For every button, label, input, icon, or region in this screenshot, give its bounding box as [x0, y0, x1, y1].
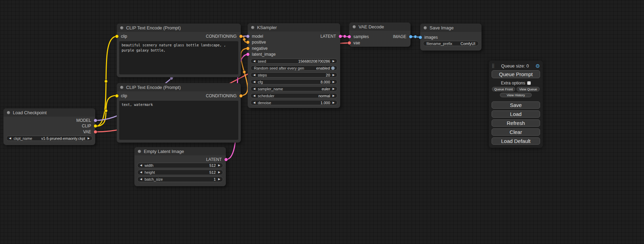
sampler-name-widget[interactable]: ◀ sampler_name euler ▶	[250, 86, 337, 91]
collapse-dot[interactable]	[120, 26, 123, 29]
increment-arrow-icon[interactable]: ▶	[333, 74, 335, 76]
node-title-bar[interactable]: Save Image	[420, 24, 482, 32]
decrement-arrow-icon[interactable]: ◀	[9, 137, 11, 140]
positive-prompt-textarea[interactable]: beautiful scenery nature glass bottle la…	[119, 41, 238, 74]
steps-widget[interactable]: ◀ steps 20 ▶	[250, 72, 337, 78]
node-title-bar[interactable]: Empty Latent Image	[134, 147, 226, 155]
decrement-arrow-icon[interactable]: ◀	[253, 60, 255, 63]
increment-arrow-icon[interactable]: ▶	[333, 60, 335, 63]
clear-button[interactable]: Clear	[492, 128, 540, 136]
widget-label: filename_prefix	[426, 42, 452, 46]
ckpt-name-widget[interactable]: ◀ ckpt_name v1-5-pruned-emaonly.ckpt ▶	[6, 136, 92, 141]
widget-value: 20	[267, 73, 330, 77]
node-clip-text-encode-positive[interactable]: CLIP Text Encode (Prompt) clip CONDITION…	[117, 24, 241, 77]
output-label-conditioning: CONDITIONING	[206, 34, 237, 39]
decrement-arrow-icon[interactable]: ◀	[140, 171, 142, 174]
cfg-widget[interactable]: ◀ cfg 8.000 ▶	[250, 79, 337, 84]
settings-gear-icon[interactable]: ⚙	[536, 63, 540, 69]
view-history-button[interactable]: View History	[500, 93, 532, 97]
queue-front-button[interactable]: Queue Front	[492, 87, 515, 91]
decrement-arrow-icon[interactable]: ◀	[253, 101, 255, 104]
collapse-dot[interactable]	[7, 111, 10, 114]
input-slot-clip[interactable]	[115, 94, 118, 98]
increment-arrow-icon[interactable]: ▶	[333, 94, 335, 97]
toggle-dot-icon[interactable]	[331, 66, 335, 70]
scheduler-widget[interactable]: ◀ scheduler normal ▶	[250, 93, 337, 98]
output-slot-model[interactable]	[94, 119, 97, 122]
node-title-bar[interactable]: CLIP Text Encode (Prompt)	[117, 24, 241, 32]
collapse-dot[interactable]	[424, 26, 427, 29]
output-slot-conditioning[interactable]	[239, 35, 242, 38]
node-empty-latent-image[interactable]: Empty Latent Image LATENT ◀ width 512 ▶ …	[134, 147, 226, 186]
refresh-button[interactable]: Refresh	[492, 119, 540, 127]
seed-widget[interactable]: ◀ seed 156680208700286 ▶	[250, 58, 337, 64]
width-widget[interactable]: ◀ width 512 ▶	[137, 163, 223, 168]
input-slot-model[interactable]	[246, 35, 249, 38]
input-slot-vae[interactable]	[348, 42, 351, 45]
output-label-conditioning: CONDITIONING	[206, 93, 237, 98]
denoise-widget[interactable]: ◀ denoise 1.000 ▶	[250, 100, 337, 105]
height-widget[interactable]: ◀ height 512 ▶	[137, 170, 223, 175]
widget-value: 1.000	[271, 101, 330, 105]
drag-handle-icon[interactable]: ⣿	[492, 64, 495, 68]
output-slot-vae[interactable]	[94, 130, 97, 133]
node-title-bar[interactable]: KSampler	[248, 23, 340, 31]
increment-arrow-icon[interactable]: ▶	[218, 164, 220, 167]
output-slot-latent[interactable]	[224, 158, 228, 161]
filename-prefix-widget[interactable]: filename_prefix ComfyUI	[423, 41, 479, 46]
node-title: CLIP Text Encode (Prompt)	[126, 85, 181, 90]
widget-label: ckpt_name	[14, 136, 32, 141]
input-slot-clip[interactable]	[115, 35, 118, 38]
widget-value: 512	[153, 163, 216, 168]
random-seed-toggle[interactable]: Random seed after every gen enabled	[250, 65, 337, 71]
collapse-dot[interactable]	[120, 86, 123, 89]
load-default-button[interactable]: Load Default	[492, 137, 540, 145]
collapse-dot[interactable]	[353, 25, 356, 28]
node-title-bar[interactable]: VAE Decode	[349, 22, 411, 31]
decrement-arrow-icon[interactable]: ◀	[253, 74, 255, 76]
node-ksampler[interactable]: KSampler model LATENT positive negative …	[248, 23, 340, 108]
save-button[interactable]: Save	[492, 101, 540, 109]
increment-arrow-icon[interactable]: ▶	[218, 171, 220, 174]
increment-arrow-icon[interactable]: ▶	[218, 178, 220, 181]
increment-arrow-icon[interactable]: ▶	[88, 137, 90, 140]
output-slot-image[interactable]	[409, 35, 412, 38]
increment-arrow-icon[interactable]: ▶	[333, 101, 335, 104]
input-slot-images[interactable]	[419, 36, 422, 39]
view-queue-button[interactable]: View Queue	[517, 87, 540, 91]
output-label-vae: VAE	[83, 129, 91, 134]
node-load-checkpoint[interactable]: Load Checkpoint MODEL CLIP VAE ◀ ckpt_na…	[3, 108, 95, 145]
collapse-dot[interactable]	[251, 26, 254, 29]
queue-prompt-button[interactable]: Queue Prompt	[492, 70, 540, 78]
node-title-bar[interactable]: Load Checkpoint	[3, 108, 95, 117]
decrement-arrow-icon[interactable]: ◀	[140, 164, 142, 167]
node-graph-canvas[interactable]: { "colors": { "model": "#B39DDB", "clip"…	[0, 0, 644, 244]
node-save-image[interactable]: Save Image images filename_prefix ComfyU…	[420, 24, 482, 51]
output-slot-conditioning[interactable]	[239, 94, 242, 98]
decrement-arrow-icon[interactable]: ◀	[140, 178, 142, 181]
decrement-arrow-icon[interactable]: ◀	[253, 94, 255, 97]
decrement-arrow-icon[interactable]: ◀	[253, 88, 255, 90]
decrement-arrow-icon[interactable]: ◀	[253, 81, 255, 83]
extra-options-checkbox[interactable]	[527, 81, 531, 85]
output-slot-latent[interactable]	[339, 35, 342, 38]
increment-arrow-icon[interactable]: ▶	[333, 88, 335, 90]
input-label-latent-image: latent_image	[252, 52, 276, 57]
increment-arrow-icon[interactable]: ▶	[333, 81, 335, 83]
wire-midpoint-dot	[343, 35, 346, 38]
load-button[interactable]: Load	[492, 110, 540, 118]
input-slot-negative[interactable]	[246, 47, 249, 50]
batch-size-widget[interactable]: ◀ batch_size 1 ▶	[137, 177, 223, 182]
negative-prompt-textarea[interactable]: text, watermark	[119, 101, 238, 140]
output-slot-clip[interactable]	[94, 125, 97, 128]
queue-panel: ⣿ Queue size: 0 ⚙ Queue Prompt Extra opt…	[489, 61, 543, 148]
collapse-dot[interactable]	[138, 150, 141, 153]
wire-midpoint-dot	[243, 38, 246, 41]
node-clip-text-encode-negative[interactable]: CLIP Text Encode (Prompt) clip CONDITION…	[117, 83, 241, 143]
node-title-bar[interactable]: CLIP Text Encode (Prompt)	[117, 83, 241, 91]
input-slot-latent-image[interactable]	[246, 53, 249, 56]
input-slot-samples[interactable]	[348, 35, 351, 38]
widget-value: enabled	[304, 66, 330, 70]
node-vae-decode[interactable]: VAE Decode samples IMAGE vae	[349, 22, 411, 47]
input-slot-positive[interactable]	[246, 41, 249, 44]
